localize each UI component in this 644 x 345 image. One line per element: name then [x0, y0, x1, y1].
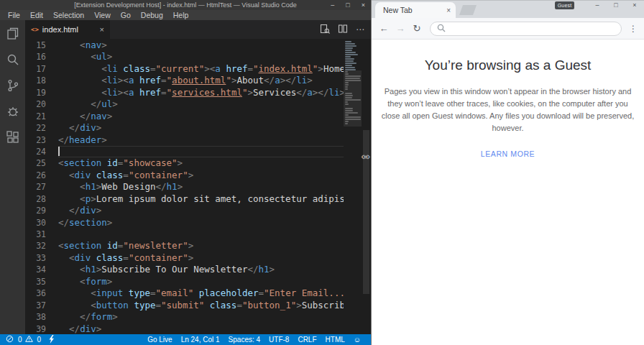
encoding-setting[interactable]: UTF-8 — [264, 336, 293, 344]
guest-new-tab-page: You’re browsing as a Guest Pages you vie… — [372, 40, 644, 345]
code-line[interactable]: 17 <li class="current"><a href="index.ht… — [25, 63, 371, 75]
forward-icon: → — [393, 23, 408, 34]
chrome-tab-new-tab[interactable]: New Tab × — [375, 2, 456, 18]
language-mode[interactable]: HTML — [321, 336, 349, 344]
code-line[interactable]: 35 <form> — [25, 276, 371, 288]
code-line[interactable]: 34 <h1>Subscribe To Our Newsletter</h1> — [25, 264, 371, 275]
debug-icon[interactable] — [5, 104, 21, 119]
minimap[interactable] — [344, 39, 362, 334]
code-line[interactable]: 20 </ul> — [25, 98, 371, 110]
tab-close-icon[interactable]: × — [100, 25, 104, 34]
code-lines: 15 <nav>16 <ul>17 <li class="current"><a… — [25, 40, 371, 334]
activity-bar — [0, 20, 25, 334]
eol-setting[interactable]: CRLF — [293, 336, 321, 344]
search-icon[interactable] — [5, 52, 21, 68]
code-line[interactable]: 26 <div class="container"> — [25, 170, 371, 181]
vscode-window: [Extension Development Host] - index.htm… — [0, 0, 371, 345]
explorer-icon[interactable] — [5, 26, 21, 42]
resize-cursor-icon: ↔ — [360, 149, 372, 162]
indentation-setting[interactable]: Spaces: 4 — [224, 336, 264, 344]
open-preview-icon[interactable] — [320, 24, 330, 36]
chrome-tab-title: New Tab — [383, 6, 446, 14]
code-line[interactable]: 31 — [25, 229, 371, 240]
code-line[interactable]: 16 <ul> — [25, 51, 371, 63]
new-tab-button[interactable] — [459, 5, 477, 15]
feedback-smiley-icon[interactable]: ☺ — [349, 336, 365, 344]
editor-tab-bar: <> index.html × ⋯ — [25, 20, 371, 39]
vscode-titlebar: [Extension Development Host] - index.htm… — [0, 0, 371, 10]
menu-go[interactable]: Go — [116, 11, 136, 19]
code-line[interactable]: 24 — [25, 146, 371, 157]
omnibox-search-icon — [437, 22, 446, 35]
more-actions-icon[interactable]: ⋯ — [356, 24, 364, 34]
tab-label: index.html — [42, 25, 78, 34]
code-line[interactable]: 29 </div> — [25, 205, 371, 216]
menu-help[interactable]: Help — [168, 11, 194, 19]
cursor-position[interactable]: Ln 24, Col 1 — [177, 336, 224, 344]
code-line[interactable]: 19 <li><a href="services.html">Services<… — [25, 87, 371, 98]
vscode-menubar: File Edit Selection View Go Debug Help — [0, 10, 371, 20]
chrome-window: New Tab × Guest – □ × ← → ↻ ⋮ You’re bro… — [371, 0, 644, 345]
learn-more-link[interactable]: LEARN MORE — [481, 150, 535, 158]
back-icon[interactable]: ← — [377, 23, 391, 34]
code-line[interactable]: 36 <input type="email" placeholder="Ente… — [25, 288, 371, 299]
code-line[interactable]: 18 <li><a href="about.html">About</a></l… — [25, 75, 371, 86]
chrome-tab-strip: New Tab × Guest – □ × — [372, 0, 644, 18]
status-bar: 0 0 Go Live Ln 24, Col 1 Spaces: 4 UTF-8… — [0, 334, 371, 345]
code-line[interactable]: 28 <p>Lorem ipsum dolor sit amet, consec… — [25, 193, 371, 205]
menu-view[interactable]: View — [89, 11, 116, 19]
chrome-toolbar: ← → ↻ ⋮ — [372, 18, 644, 40]
source-control-icon[interactable] — [5, 78, 21, 93]
code-line[interactable]: 39 </div> — [25, 323, 371, 335]
lightning-icon[interactable] — [48, 335, 55, 345]
menu-edit[interactable]: Edit — [25, 11, 48, 19]
split-editor-icon[interactable] — [338, 24, 348, 36]
code-line[interactable]: 33 <div class="container"> — [25, 252, 371, 264]
vscode-minimize-button[interactable]: – — [331, 1, 334, 9]
error-count[interactable]: 0 — [17, 336, 22, 344]
code-line[interactable]: 23</header> — [25, 134, 371, 146]
code-editor[interactable]: 15 <nav>16 <ul>17 <li class="current"><a… — [25, 39, 371, 334]
code-line[interactable]: 38 </form> — [25, 311, 371, 323]
errors-icon[interactable] — [6, 335, 14, 344]
guest-description: Pages you view in this window won’t appe… — [382, 86, 635, 134]
warning-count[interactable]: 0 — [36, 336, 42, 344]
chrome-tab-close-icon[interactable]: × — [446, 6, 451, 14]
vscode-close-button[interactable]: × — [362, 1, 365, 9]
editor-scrollbar[interactable] — [362, 39, 371, 334]
chrome-close-button[interactable]: × — [625, 0, 644, 10]
tab-index-html[interactable]: <> index.html × — [25, 20, 110, 39]
code-line[interactable]: 37 <button type="submit" class="button_1… — [25, 300, 371, 311]
vscode-maximize-button[interactable]: □ — [346, 1, 349, 9]
code-line[interactable]: 32<section id="newsletter"> — [25, 240, 371, 252]
warnings-icon[interactable] — [25, 335, 33, 344]
guest-profile-badge[interactable]: Guest — [555, 1, 574, 9]
menu-file[interactable]: File — [3, 11, 25, 19]
code-line[interactable]: 27 <h1>Web Design</h1> — [25, 181, 371, 193]
menu-debug[interactable]: Debug — [136, 11, 168, 19]
chrome-minimize-button[interactable]: – — [588, 0, 607, 10]
reload-icon[interactable]: ↻ — [410, 23, 424, 34]
code-line[interactable]: 21 </nav> — [25, 111, 371, 122]
code-line[interactable]: 25<section id="showcase"> — [25, 157, 371, 169]
vscode-window-title: [Extension Development Host] - index.htm… — [74, 1, 296, 9]
menu-selection[interactable]: Selection — [48, 11, 89, 19]
chrome-maximize-button[interactable]: □ — [607, 0, 625, 10]
minimap-slider[interactable] — [344, 70, 362, 126]
guest-heading: You’re browsing as a Guest — [372, 58, 644, 73]
code-line[interactable]: 22 </div> — [25, 122, 371, 134]
address-bar[interactable] — [430, 22, 622, 36]
html-file-icon: <> — [31, 26, 39, 33]
code-line[interactable]: 15 <nav> — [25, 40, 371, 51]
extensions-icon[interactable] — [5, 129, 21, 145]
code-line[interactable]: 30</section> — [25, 217, 371, 229]
chrome-menu-icon[interactable]: ⋮ — [627, 24, 639, 34]
go-live-button[interactable]: Go Live — [143, 336, 176, 344]
